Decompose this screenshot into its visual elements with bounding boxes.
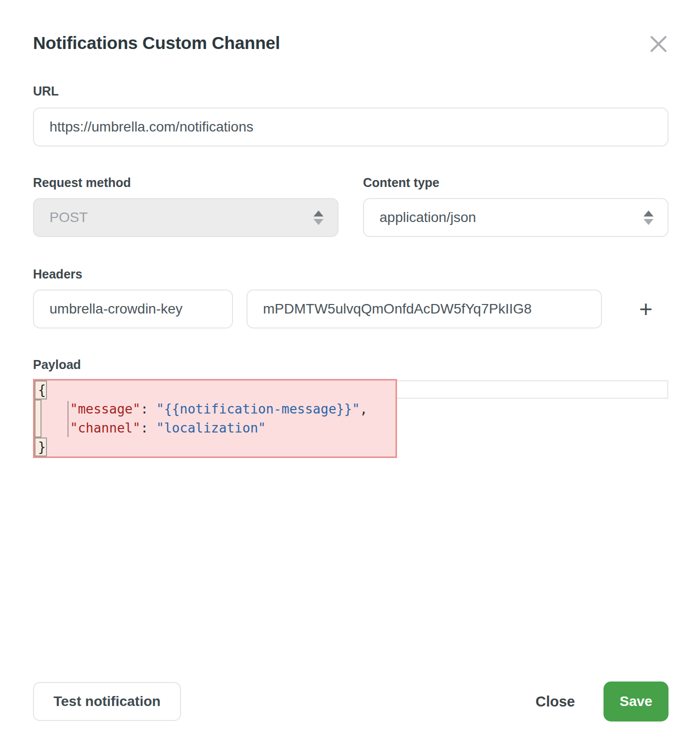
code-line-1 bbox=[34, 380, 396, 400]
request-method-label: Request method bbox=[33, 176, 338, 190]
add-header-wrap: + bbox=[602, 282, 668, 328]
arrow-up-icon bbox=[644, 210, 654, 216]
url-label: URL bbox=[33, 84, 668, 98]
headers-row: + bbox=[33, 282, 668, 328]
request-method-value: POST bbox=[50, 210, 88, 226]
message-value-token: "{{notification-message}}" bbox=[156, 402, 360, 416]
arrow-up-icon bbox=[314, 210, 324, 216]
colon-token: : bbox=[140, 402, 148, 416]
content-type-value: application/json bbox=[380, 210, 476, 226]
content-type-label: Content type bbox=[363, 176, 668, 190]
channel-key-token: "channel" bbox=[70, 420, 140, 436]
close-x-glyph bbox=[650, 36, 667, 52]
select-arrows-icon bbox=[314, 210, 324, 225]
payload-error-highlight: { } "message":"{{notification-message}}"… bbox=[33, 379, 397, 458]
close-button[interactable]: Close bbox=[536, 694, 575, 710]
code-line-2: "message":"{{notification-message}}", bbox=[34, 400, 396, 418]
header-value-input[interactable] bbox=[246, 290, 602, 328]
modal-header: Notifications Custom Channel bbox=[33, 0, 668, 54]
notifications-custom-channel-modal: Notifications Custom Channel URL Request… bbox=[0, 0, 700, 754]
request-method-field: Request method POST bbox=[33, 176, 338, 237]
url-input[interactable] bbox=[33, 108, 668, 146]
arrow-down-icon bbox=[314, 219, 324, 225]
select-arrows-icon bbox=[644, 210, 654, 225]
modal-title: Notifications Custom Channel bbox=[33, 33, 280, 53]
close-icon[interactable] bbox=[648, 34, 668, 54]
message-key-token: "message" bbox=[70, 402, 140, 416]
code-line-4 bbox=[34, 438, 396, 456]
content-type-select[interactable]: application/json bbox=[363, 198, 668, 237]
channel-value-token: "localization" bbox=[156, 420, 266, 436]
header-key-input[interactable] bbox=[33, 290, 233, 328]
save-button[interactable]: Save bbox=[604, 682, 668, 722]
content-type-field: Content type application/json bbox=[363, 176, 668, 237]
modal-footer: Test notification Close Save bbox=[33, 682, 668, 722]
method-content-row: Request method POST Content type applica… bbox=[33, 176, 668, 237]
test-notification-button[interactable]: Test notification bbox=[33, 682, 181, 721]
payload-label: Payload bbox=[33, 358, 668, 372]
payload-editor[interactable]: { } "message":"{{notification-message}}"… bbox=[33, 379, 668, 459]
add-header-button[interactable]: + bbox=[634, 290, 658, 328]
request-method-select[interactable]: POST bbox=[33, 198, 338, 237]
comma-token: , bbox=[360, 402, 368, 416]
arrow-down-icon bbox=[644, 219, 654, 225]
colon-token: : bbox=[140, 420, 148, 436]
headers-label: Headers bbox=[33, 267, 668, 282]
code-line-3: "channel":"localization" bbox=[34, 418, 396, 438]
